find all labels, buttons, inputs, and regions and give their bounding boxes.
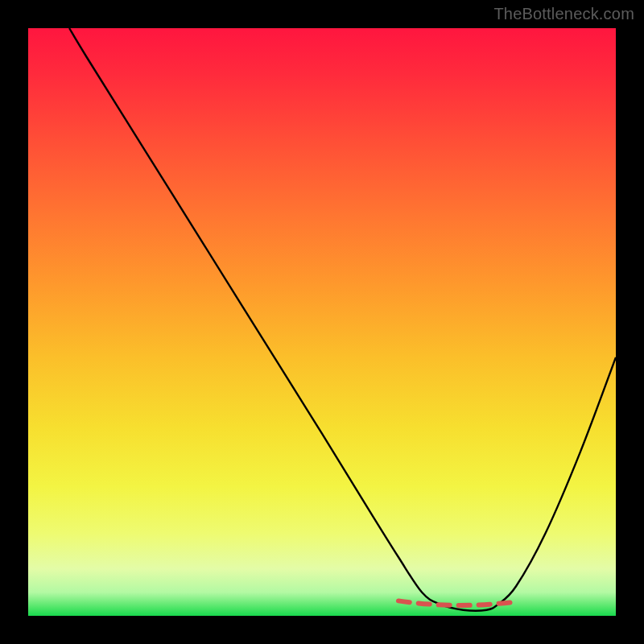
optimal-range-marker bbox=[398, 601, 510, 605]
curve-layer bbox=[28, 28, 616, 616]
bottleneck-curve bbox=[69, 28, 616, 611]
plot-area bbox=[28, 28, 616, 616]
chart-frame: TheBottleneck.com bbox=[0, 0, 644, 644]
attribution-label: TheBottleneck.com bbox=[493, 5, 634, 23]
